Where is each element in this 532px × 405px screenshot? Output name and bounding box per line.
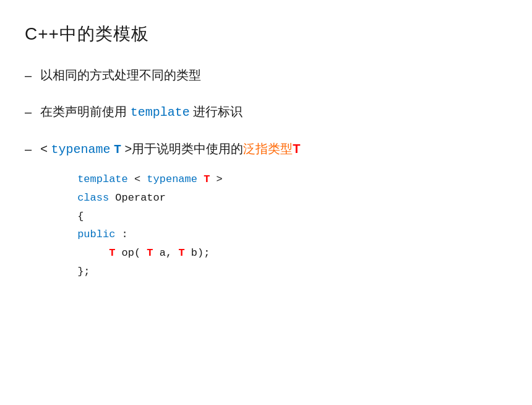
code-indent xyxy=(77,247,103,259)
code-param-b: b); xyxy=(191,247,210,259)
generic-type-label: 泛指类型 xyxy=(243,142,293,155)
code-T-1: T xyxy=(204,173,210,185)
code-T-b: T xyxy=(178,247,184,259)
code-op-name: op( xyxy=(122,247,141,259)
slide-title: C++中的类模板 xyxy=(25,22,507,46)
code-line-1: template < typename T > xyxy=(77,170,300,189)
T-keyword: T xyxy=(114,142,121,157)
code-line-2: class Operator xyxy=(77,189,300,207)
T-label: T xyxy=(293,142,300,155)
code-public: public xyxy=(77,229,115,240)
code-line-3: { xyxy=(77,207,300,226)
code-colon: : xyxy=(122,229,128,240)
typename-keyword: typename xyxy=(51,142,110,157)
code-class: class xyxy=(77,192,109,204)
code-line-4: public : xyxy=(77,225,300,244)
code-line-6: }; xyxy=(77,263,300,281)
angle-open: < xyxy=(40,142,51,155)
bullet-text-1: 以相同的方式处理不同的类型 xyxy=(40,66,201,84)
bullet-text-2: 在类声明前使用 template 进行标识 xyxy=(40,102,242,122)
bullet-item-2: – 在类声明前使用 template 进行标识 xyxy=(25,102,507,122)
bullet-2-after: 进行标识 xyxy=(190,105,243,118)
bullet-text-3: < typename T >用于说明类中使用的泛指类型T xyxy=(40,142,300,155)
code-template: template xyxy=(77,173,128,185)
code-brace-close: }; xyxy=(77,266,90,277)
bullet-list: – 以相同的方式处理不同的类型 – 在类声明前使用 template 进行标识 … xyxy=(25,66,507,281)
bullet-dash-2: – xyxy=(25,103,32,121)
bullet-item-3: – < typename T >用于说明类中使用的泛指类型T template … xyxy=(25,139,507,281)
angle-close: >用于说明类中使用的 xyxy=(121,142,243,155)
bullet-content-3: < typename T >用于说明类中使用的泛指类型T template < … xyxy=(40,139,300,281)
code-line-5: T op( T a, T b); xyxy=(77,244,300,263)
bullet-2-before: 在类声明前使用 xyxy=(40,105,131,118)
code-param-a: a, xyxy=(160,247,179,259)
code-brace-open: { xyxy=(77,211,84,222)
code-T-ret: T xyxy=(109,247,115,259)
code-block: template < typename T > class Operator {… xyxy=(77,170,300,281)
bullet-item-1: – 以相同的方式处理不同的类型 xyxy=(25,66,507,85)
bullet-dash-3: – xyxy=(25,140,32,159)
code-T-a: T xyxy=(147,247,153,259)
code-angle-open: < xyxy=(134,173,147,185)
code-operator: Operator xyxy=(115,192,166,204)
code-typename: typename xyxy=(147,173,197,185)
code-angle-close: > xyxy=(217,173,223,185)
bullet-dash-1: – xyxy=(25,66,32,85)
template-keyword: template xyxy=(131,105,190,120)
